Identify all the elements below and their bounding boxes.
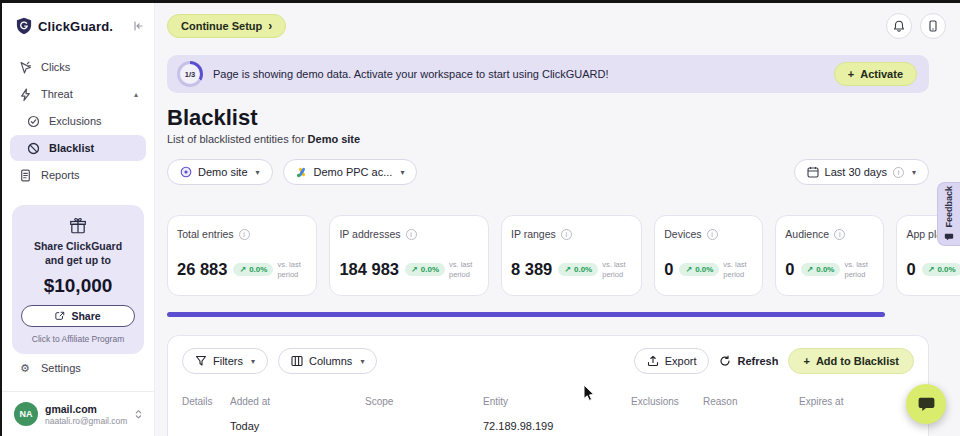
stat-compare: vs. last period [723, 260, 753, 279]
stat-label: IP addresses [339, 228, 400, 240]
share-label: Share [71, 310, 100, 322]
trend-up-icon: ↗ [239, 265, 246, 274]
trend-value: 0.0% [249, 265, 267, 274]
activate-button[interactable]: + Activate [834, 62, 917, 86]
trend-badge: ↗0.0% [922, 263, 960, 276]
account-switcher-icon[interactable] [134, 409, 143, 420]
external-link-icon [55, 311, 65, 321]
stat-value: 0 [664, 260, 673, 279]
feedback-label: Feedback [944, 186, 954, 228]
chevron-down-icon: ▾ [251, 357, 255, 366]
ppc-account-selector[interactable]: Demo PPC ac... ▾ [283, 159, 418, 185]
trend-badge: ↗0.0% [233, 263, 273, 276]
continue-setup-label: Continue Setup [181, 20, 262, 32]
export-button[interactable]: Export [634, 348, 710, 374]
smartphone-icon [927, 20, 939, 32]
chevron-down-icon: ▾ [256, 168, 260, 177]
page-subtitle: List of blacklisted entities forDemo sit… [167, 133, 960, 145]
columns-button[interactable]: Columns ▾ [278, 348, 377, 374]
chevron-down-icon: ▾ [400, 168, 404, 177]
topbar-actions [886, 13, 946, 39]
chevron-down-icon: ▾ [912, 168, 916, 177]
blacklist-icon [26, 141, 40, 155]
sidebar-item-blacklist[interactable]: Blacklist [10, 135, 146, 161]
stat-compare: vs. last period [449, 260, 479, 279]
calendar-icon [807, 166, 819, 178]
stat-label: Devices [664, 228, 701, 240]
add-to-blacklist-button[interactable]: + Add to Blacklist [788, 348, 914, 374]
google-ads-icon [296, 166, 308, 178]
share-button[interactable]: Share [21, 305, 135, 327]
sidebar-item-exclusions[interactable]: Exclusions [10, 108, 146, 134]
info-icon[interactable]: i [707, 229, 718, 240]
clicks-icon [18, 60, 32, 74]
affiliate-link[interactable]: Click to Affiliate Program [21, 334, 135, 344]
col-scope: Scope [365, 396, 483, 407]
stat-label: Total entries [177, 228, 234, 240]
banner-message: Page is showing demo data. Activate your… [213, 68, 609, 80]
plus-icon: + [803, 355, 809, 367]
continue-setup-button[interactable]: Continue Setup › [167, 14, 286, 38]
info-icon[interactable]: i [893, 167, 904, 178]
user-name: gmail.com [45, 403, 127, 416]
chat-bubble-icon [917, 396, 936, 413]
col-details: Details [182, 396, 230, 407]
trend-value: 0.0% [816, 265, 834, 274]
stat-compare: vs. last period [277, 260, 307, 279]
nav-label: Threat [41, 88, 73, 100]
page-subtitle-text: List of blacklisted entities for [167, 133, 305, 145]
feedback-tab[interactable]: Feedback [937, 182, 960, 246]
chevron-right-icon: › [268, 20, 272, 32]
bell-icon [893, 20, 905, 32]
refresh-button[interactable]: Refresh [719, 355, 778, 367]
main-content: Continue Setup › 1/3 Page [155, 3, 960, 436]
date-range-selector[interactable]: Last 30 days i ▾ [794, 159, 929, 185]
site-selector-label: Demo site [198, 166, 248, 178]
sidebar-item-settings[interactable]: ⚙ Settings [10, 355, 146, 381]
col-exclusions: Exclusions [631, 396, 703, 407]
trend-badge: ↗0.0% [679, 263, 719, 276]
site-icon [180, 166, 192, 178]
feedback-chat-icon [944, 232, 954, 242]
sidebar-item-clicks[interactable]: Clicks [10, 54, 146, 80]
reports-icon [18, 168, 32, 182]
refresh-label: Refresh [737, 355, 778, 367]
nav-label: Exclusions [49, 115, 102, 127]
blacklist-table-card: Filters ▾ Columns ▾ Export [167, 335, 929, 436]
info-icon[interactable]: i [834, 229, 845, 240]
filter-row: Demo site ▾ Demo PPC ac... ▾ Last 30 day… [167, 159, 929, 185]
site-selector[interactable]: Demo site ▾ [167, 159, 273, 185]
col-expires-at: Expires at [799, 396, 914, 407]
stat-card-ip-addresses: IP addressesi 184 983↗0.0%vs. last perio… [329, 215, 489, 296]
table-row[interactable]: Today 72.189.98.199 [182, 420, 914, 432]
trend-up-icon: ↗ [411, 265, 418, 274]
sidebar-item-threat[interactable]: Threat ▴ [10, 81, 146, 107]
trend-value: 0.0% [421, 265, 439, 274]
promo-headline: Share ClickGuard and get up to [21, 240, 135, 267]
nav-label: Reports [41, 169, 80, 181]
user-email: naatali.ro@gmail.com [45, 416, 127, 426]
add-to-blacklist-label: Add to Blacklist [816, 355, 899, 367]
info-icon[interactable]: i [406, 229, 417, 240]
device-button[interactable] [920, 13, 946, 39]
collapse-sidebar-icon[interactable] [132, 20, 144, 32]
info-icon[interactable]: i [239, 229, 250, 240]
table-toolbar: Filters ▾ Columns ▾ Export [182, 348, 914, 374]
nav-label: Clicks [41, 61, 70, 73]
page-subtitle-site: Demo site [308, 133, 361, 145]
user-account[interactable]: NA gmail.com naatali.ro@gmail.com [10, 392, 146, 436]
demo-data-banner: 1/3 Page is showing demo data. Activate … [167, 55, 929, 93]
chat-launcher-button[interactable] [906, 384, 946, 424]
threat-icon [18, 87, 32, 101]
nav-label: Settings [41, 362, 81, 374]
sidebar-item-reports[interactable]: Reports [10, 162, 146, 188]
gift-icon [21, 217, 135, 235]
notifications-button[interactable] [886, 13, 912, 39]
filters-button[interactable]: Filters ▾ [182, 348, 268, 374]
stat-value: 184 983 [339, 260, 399, 279]
filters-label: Filters [213, 355, 243, 367]
info-icon[interactable]: i [561, 229, 572, 240]
topbar: Continue Setup › [155, 3, 960, 47]
columns-icon [291, 355, 303, 367]
horizontal-scrollbar[interactable] [167, 312, 885, 317]
